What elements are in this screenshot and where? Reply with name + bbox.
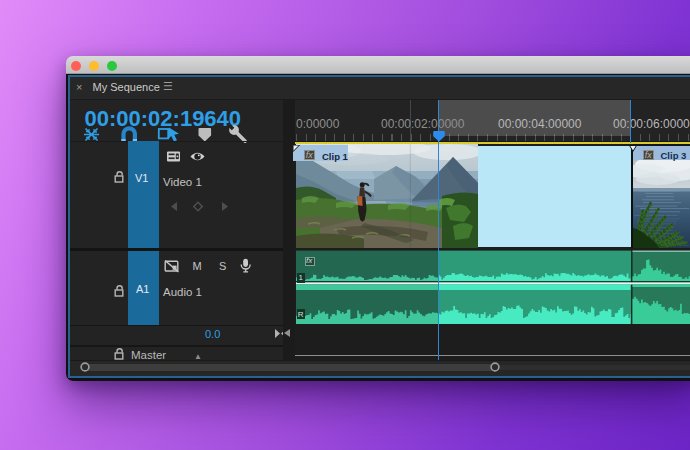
svg-text:M: M bbox=[193, 260, 202, 272]
svg-text:S: S bbox=[219, 260, 226, 272]
